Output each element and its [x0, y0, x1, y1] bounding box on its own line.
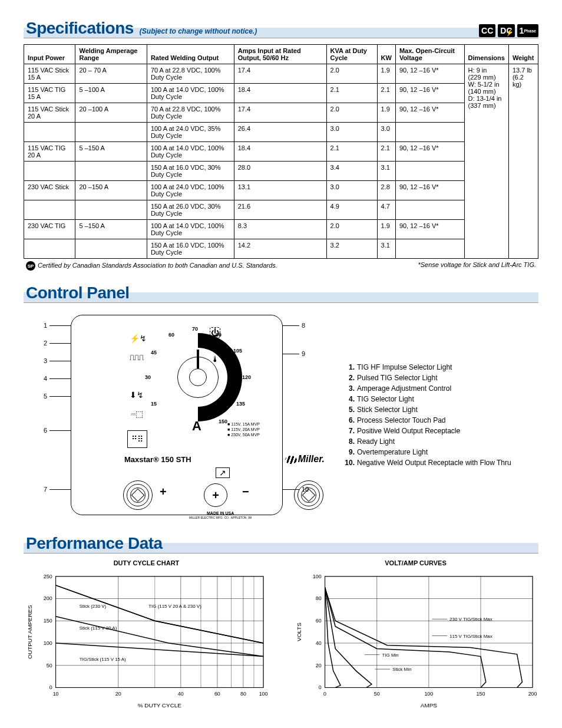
brand-row: Maxstar® 150 STH Miller.: [124, 454, 325, 465]
weight-cell: 13.7 lb (6.2 kg): [508, 64, 538, 259]
legend-item: 2.Pulsed TIG Selector Light: [342, 373, 511, 383]
th-dimensions: Dimensions: [464, 45, 508, 64]
mvp-line-0: 115V, 15A MVP: [227, 421, 260, 427]
spec-cell: 115 VAC TIG 15 A: [24, 84, 75, 103]
spec-cell: 17.4: [234, 64, 326, 84]
spec-cell: 5 –150 A: [75, 220, 147, 239]
gas-flow-thru: +: [204, 483, 227, 507]
spec-cell: 2.0: [326, 103, 377, 123]
spec-cell: 230 VAC Stick: [24, 181, 75, 200]
spec-cell: 100 A at 14.0 VDC, 100% Duty Cycle: [147, 142, 234, 162]
spec-cell: 115 VAC TIG 20 A: [24, 142, 75, 162]
scale-15: 15: [151, 401, 157, 407]
specifications-table: Input Power Welding Amperage Range Rated…: [24, 44, 538, 259]
legend-item: 3.Amperage Adjustment Control: [342, 383, 511, 394]
spec-cell: 90, 12 –16 V*: [395, 64, 464, 84]
amperage-letter: A: [192, 419, 201, 434]
callout-9: 9: [302, 350, 305, 357]
scale-135: 135: [236, 401, 245, 407]
svg-text:AMPS: AMPS: [421, 702, 437, 709]
svg-text:50: 50: [374, 691, 380, 697]
callout-8: 8: [302, 322, 305, 329]
spec-cell: 20 –100 A: [75, 103, 147, 123]
spec-cell: 20 – 70 A: [75, 64, 147, 84]
specifications-subtitle: (Subject to change without notice.): [140, 27, 257, 35]
cc-badge: CC: [479, 24, 495, 37]
spec-cell: [24, 162, 75, 181]
spec-cell: 2.1: [377, 142, 395, 162]
minus-symbol: −: [242, 485, 249, 499]
tig-hf-icon: ⚡↯: [129, 333, 144, 344]
svg-text:100: 100: [44, 640, 52, 646]
voltamp-chart: VOLT/AMP CURVES 020406080100050100150200…: [293, 559, 538, 713]
spec-cell: 70 A at 22.8 VDC, 100% Duty Cycle: [147, 103, 234, 123]
performance-charts-row: DUTY CYCLE CHART 05010015020025010204060…: [24, 559, 538, 713]
negative-receptacle: [294, 480, 323, 510]
duty-cycle-svg: 0501001502002501020406080100Stick (230 V…: [24, 570, 269, 711]
th-input-power: Input Power: [24, 45, 75, 64]
svg-text:Stick Min: Stick Min: [392, 667, 411, 672]
svg-text:250: 250: [44, 574, 52, 579]
spec-cell: [395, 162, 464, 181]
legend-item: 10.Negative Weld Output Receptacle with …: [342, 457, 511, 468]
spec-cell: [75, 200, 147, 220]
mvp-line-2: 230V, 50A MVP: [227, 432, 260, 437]
mode-icon-column: ⚡↯ ⎍⎍⎍ · ⬇↯ ⎓⬚: [129, 333, 144, 419]
callout-2: 2: [44, 340, 47, 347]
svg-text:60: 60: [214, 691, 220, 697]
spec-cell: 3.1: [377, 239, 395, 259]
spec-cell: 3.0: [326, 123, 377, 142]
pulse-icon: ⎍⎍⎍: [129, 352, 144, 363]
cert-footnote-row: SPCertified by Canadian Standards Associ…: [24, 261, 538, 271]
dimensions-cell: H: 9 in (229 mm) W: 5-1/2 in (140 mm) D:…: [464, 64, 508, 259]
control-panel-header: Control Panel: [24, 282, 538, 303]
spec-cell: 115 VAC Stick 20 A: [24, 103, 75, 123]
voltamp-svg: 020406080100050100150200230 V TIG/Stick …: [293, 570, 538, 711]
th-rated-output: Rated Welding Output: [147, 45, 234, 64]
callout-1: 1: [44, 322, 47, 329]
panel-body: ⚡↯ ⎍⎍⎍ · ⬇↯ ⎓⬚ ⠛⠿ A 15 30 45 60 70 90 10…: [71, 315, 283, 515]
spec-cell: 3.0: [377, 123, 395, 142]
th-weight: Weight: [508, 45, 538, 64]
miller-brand: Miller.: [285, 454, 325, 465]
svg-text:40: 40: [316, 640, 322, 646]
spec-cell: 4.7: [377, 200, 395, 220]
th-max-ocv: Max. Open-Circuit Voltage: [395, 45, 464, 64]
legend-item: 7.Positive Weld Output Receptacle: [342, 426, 511, 436]
spec-cell: 1.9: [377, 103, 395, 123]
overtemp-light-icon: 🌡: [210, 354, 220, 365]
spec-cell: 150 A at 26.0 VDC, 30% Duty Cycle: [147, 200, 234, 220]
th-kw: KW: [377, 45, 395, 64]
legend-item: 6.Process Selector Touch Pad: [342, 415, 511, 426]
spec-cell: 115 VAC Stick 15 A: [24, 64, 75, 84]
spec-cell: 2.1: [326, 142, 377, 162]
callout-6: 6: [44, 427, 47, 434]
spec-cell: 2.0: [326, 64, 377, 84]
tig-icon: ⬇↯: [129, 390, 144, 400]
spec-cell: 4.9: [326, 200, 377, 220]
mvp-legend: 115V, 15A MVP 115V, 20A MVP 230V, 50A MV…: [227, 421, 260, 437]
spec-cell: 14.2: [234, 239, 326, 259]
spec-cell: [75, 123, 147, 142]
callout-4: 4: [44, 375, 47, 382]
scale-60: 60: [168, 332, 174, 338]
svg-text:60: 60: [316, 618, 322, 624]
specifications-title: Specifications: [26, 19, 134, 38]
ready-light-icon: ⏻: [210, 327, 220, 338]
svg-text:VOLTS: VOLTS: [296, 622, 302, 641]
svg-text:230 V TIG/Stick Max: 230 V TIG/Stick Max: [449, 617, 492, 622]
made-in-usa: MADE IN USA MILLER ELECTRIC MFG. CO., AP…: [189, 511, 252, 519]
legend-item: 1.TIG HF Impulse Selector Light: [342, 362, 511, 373]
svg-text:100: 100: [313, 574, 322, 579]
th-kva: KVA at Duty Cycle: [326, 45, 377, 64]
control-panel-legend: 1.TIG HF Impulse Selector Light2.Pulsed …: [342, 362, 511, 468]
positive-receptacle: [123, 480, 153, 510]
svg-text:Stick (230 V): Stick (230 V): [80, 604, 107, 609]
th-amps-input: Amps Input at Rated Output, 50/60 Hz: [234, 45, 326, 64]
spec-cell: 230 VAC TIG: [24, 220, 75, 239]
svg-text:100: 100: [259, 691, 268, 697]
legend-item: 5.Stick Selector Light: [342, 404, 511, 415]
scale-105: 105: [233, 348, 242, 354]
voltamp-title: VOLT/AMP CURVES: [293, 559, 538, 566]
svg-text:TIG (115 V 20 A & 230 V): TIG (115 V 20 A & 230 V): [148, 604, 201, 609]
